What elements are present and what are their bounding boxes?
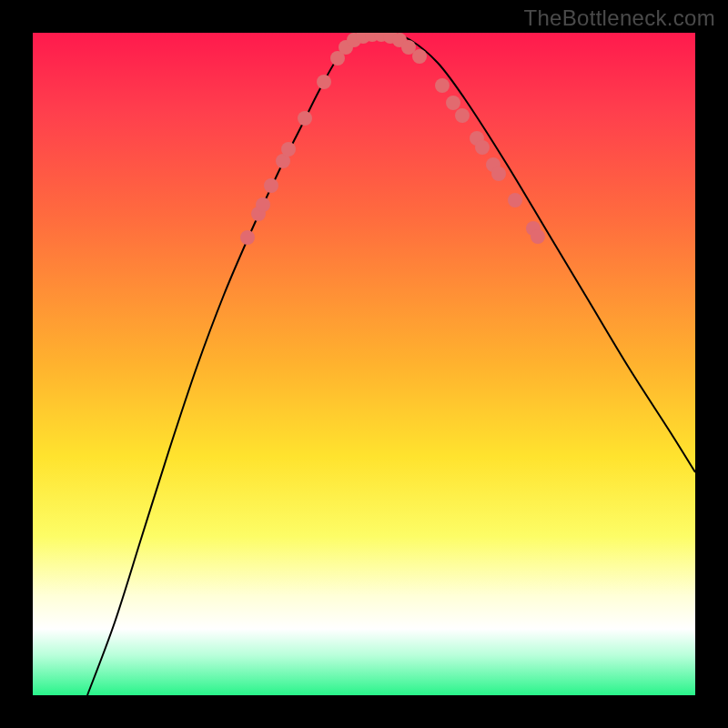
watermark-text: TheBottleneck.com	[523, 5, 715, 31]
plot-area	[33, 33, 695, 695]
curve-marker-dot	[491, 167, 506, 181]
curve-marker-dot	[281, 142, 296, 157]
curve-marker-dot	[446, 96, 460, 110]
curve-marker-dot	[264, 178, 278, 193]
curve-marker-group	[240, 33, 545, 245]
curve-marker-dot	[298, 111, 312, 126]
bottleneck-curve-svg	[33, 33, 695, 695]
curve-marker-dot	[455, 108, 470, 123]
curve-marker-dot	[256, 197, 270, 212]
bottleneck-curve-path	[87, 34, 695, 695]
curve-marker-dot	[435, 78, 450, 93]
outer-black-frame: TheBottleneck.com	[0, 0, 728, 728]
curve-marker-dot	[317, 75, 331, 89]
curve-marker-dot	[412, 49, 427, 64]
curve-marker-dot	[508, 193, 522, 207]
curve-marker-dot	[475, 140, 490, 155]
curve-marker-dot	[240, 230, 255, 245]
curve-marker-dot	[531, 229, 545, 244]
